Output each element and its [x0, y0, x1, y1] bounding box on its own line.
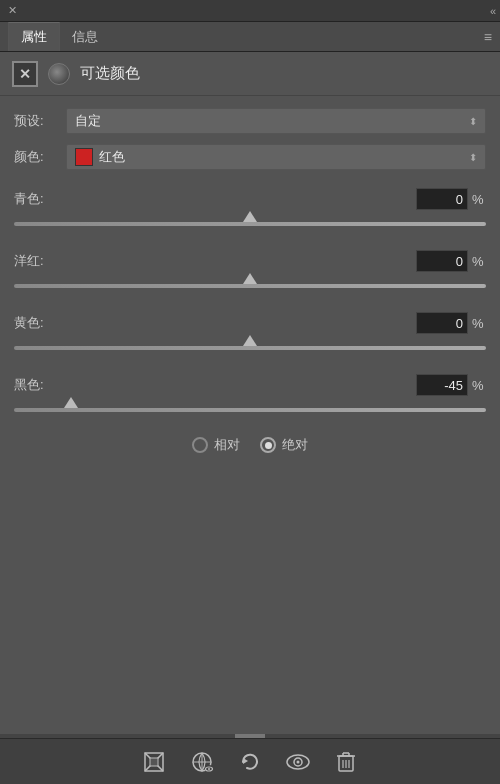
- yellow-pct: %: [472, 316, 486, 331]
- black-thumb[interactable]: [64, 397, 78, 408]
- cyan-input[interactable]: [416, 188, 468, 210]
- radio-row: 相对 绝对: [14, 436, 486, 454]
- x-icon: ✕: [19, 66, 31, 82]
- radio-absolute-circle: [260, 437, 276, 453]
- expand-button[interactable]: «: [490, 5, 494, 17]
- eye-history-icon: [190, 750, 214, 774]
- radio-relative[interactable]: 相对: [192, 436, 240, 454]
- view-icon: [286, 753, 310, 771]
- cyan-label: 青色:: [14, 190, 66, 208]
- preset-select[interactable]: 自定 ⬍: [66, 108, 486, 134]
- magenta-section: 洋红: %: [14, 250, 486, 296]
- cyan-thumb[interactable]: [243, 211, 257, 222]
- panel-title: 可选颜色: [80, 64, 140, 83]
- cyan-input-wrap: %: [416, 188, 486, 210]
- close-button[interactable]: ✕: [6, 5, 18, 17]
- icon-box-x: ✕: [12, 61, 38, 87]
- tab-bar: 属性 信息 ≡: [0, 22, 500, 52]
- yellow-thumb[interactable]: [243, 335, 257, 346]
- reset-button[interactable]: [235, 747, 265, 777]
- yellow-label: 黄色:: [14, 314, 66, 332]
- svg-point-13: [297, 760, 300, 763]
- yellow-input[interactable]: [416, 312, 468, 334]
- tab-menu-button[interactable]: ≡: [484, 29, 492, 45]
- radio-absolute-label: 绝对: [282, 436, 308, 454]
- circle-icon: [48, 63, 70, 85]
- magenta-thumb[interactable]: [243, 273, 257, 284]
- preset-arrow: ⬍: [469, 116, 477, 127]
- bottom-toolbar: [0, 738, 500, 784]
- magenta-label: 洋红:: [14, 252, 66, 270]
- black-section: 黑色: %: [14, 374, 486, 420]
- mask-icon: [143, 751, 165, 773]
- svg-point-9: [208, 768, 210, 770]
- radio-relative-label: 相对: [214, 436, 240, 454]
- preset-row: 预设: 自定 ⬍: [14, 108, 486, 134]
- panel-header: ✕ 可选颜色: [0, 52, 500, 96]
- yellow-input-wrap: %: [416, 312, 486, 334]
- delete-button[interactable]: [331, 747, 361, 777]
- yellow-row: 黄色: %: [14, 312, 486, 334]
- cyan-track[interactable]: [14, 214, 486, 234]
- black-pct: %: [472, 378, 486, 393]
- mask-button[interactable]: [139, 747, 169, 777]
- yellow-track[interactable]: [14, 338, 486, 358]
- svg-rect-3: [150, 758, 158, 766]
- yellow-track-bar: [14, 346, 486, 350]
- delete-icon: [336, 751, 356, 773]
- magenta-pct: %: [472, 254, 486, 269]
- black-row: 黑色: %: [14, 374, 486, 396]
- radio-relative-circle: [192, 437, 208, 453]
- title-bar: ✕ «: [0, 0, 500, 22]
- black-input[interactable]: [416, 374, 468, 396]
- color-value: 红色: [99, 148, 125, 166]
- yellow-section: 黄色: %: [14, 312, 486, 358]
- content-area: 预设: 自定 ⬍ 颜色: 红色 ⬍ 青色: %: [0, 96, 500, 480]
- svg-marker-10: [243, 758, 248, 764]
- magenta-row: 洋红: %: [14, 250, 486, 272]
- magenta-input[interactable]: [416, 250, 468, 272]
- magenta-track[interactable]: [14, 276, 486, 296]
- color-label: 颜色:: [14, 148, 66, 166]
- radio-absolute[interactable]: 绝对: [260, 436, 308, 454]
- color-row: 颜色: 红色 ⬍: [14, 144, 486, 170]
- preset-label: 预设:: [14, 112, 66, 130]
- cyan-track-bar: [14, 222, 486, 226]
- magenta-track-bar: [14, 284, 486, 288]
- black-track[interactable]: [14, 400, 486, 420]
- preset-value: 自定: [75, 112, 101, 130]
- eye-history-button[interactable]: [187, 747, 217, 777]
- color-swatch: [75, 148, 93, 166]
- color-arrow: ⬍: [469, 152, 477, 163]
- tab-info[interactable]: 信息: [60, 23, 110, 51]
- reset-icon: [239, 751, 261, 773]
- black-label: 黑色:: [14, 376, 66, 394]
- black-input-wrap: %: [416, 374, 486, 396]
- magenta-input-wrap: %: [416, 250, 486, 272]
- cyan-section: 青色: %: [14, 188, 486, 234]
- cyan-pct: %: [472, 192, 486, 207]
- view-button[interactable]: [283, 747, 313, 777]
- black-track-bar: [14, 408, 486, 412]
- cyan-row: 青色: %: [14, 188, 486, 210]
- tab-properties[interactable]: 属性: [8, 22, 60, 51]
- color-select[interactable]: 红色 ⬍: [66, 144, 486, 170]
